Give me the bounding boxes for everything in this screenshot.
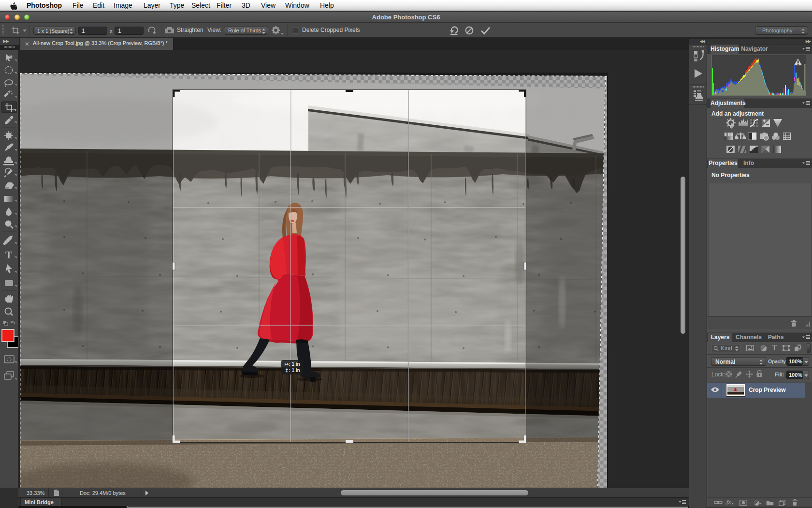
svg-text:↥: 1 in: ↥: 1 in xyxy=(285,368,300,373)
svg-text:T: T xyxy=(5,249,12,261)
svg-text:↦: 1 in: ↦: 1 in xyxy=(285,361,300,367)
